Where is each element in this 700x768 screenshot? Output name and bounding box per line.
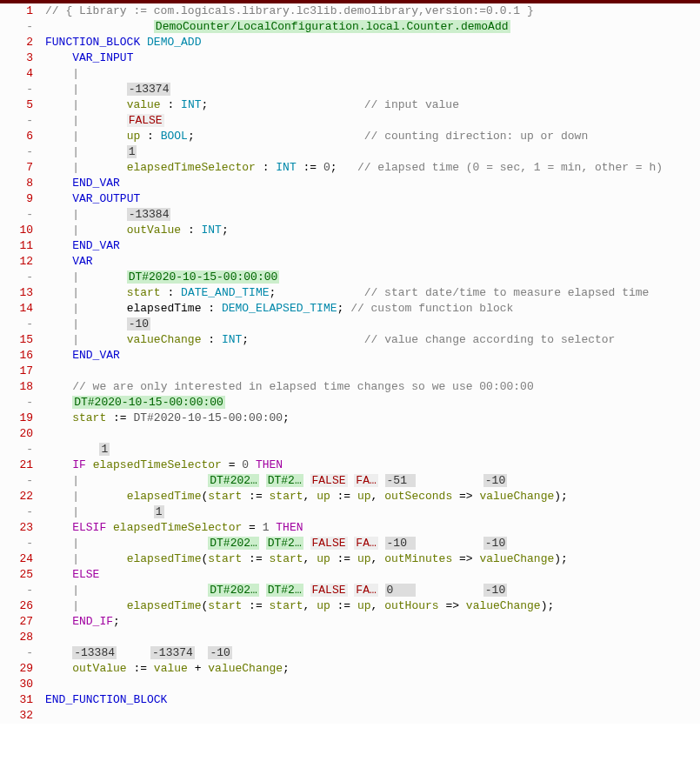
- code-line: END_VAR: [45, 348, 700, 364]
- code-line: | -13374: [45, 82, 700, 97]
- code-editor: 1-234-5-6-789-101112-1314-15161718-1920-…: [0, 3, 700, 724]
- line-number: 20: [0, 426, 33, 442]
- line-number: 19: [0, 411, 33, 426]
- code-line: 1: [45, 442, 700, 457]
- code-line: END_FUNCTION_BLOCK: [45, 692, 700, 708]
- code-line: | start : DATE_AND_TIME; // start date/t…: [45, 285, 700, 301]
- code-line: | elapsedTime : DEMO_ELAPSED_TIME; // cu…: [45, 301, 700, 317]
- code-line: [45, 708, 700, 724]
- line-number: 28: [0, 630, 33, 645]
- code-line: | outValue : INT;: [45, 223, 700, 238]
- code-line: | up : BOOL; // counting direction: up o…: [45, 129, 700, 144]
- line-number: -: [0, 395, 33, 411]
- line-number: -: [0, 583, 33, 598]
- line-number: 27: [0, 614, 33, 630]
- code-line: // we are only interested in elapsed tim…: [45, 379, 700, 395]
- line-number: 5: [0, 97, 33, 113]
- line-number: 30: [0, 677, 33, 692]
- code-line: [45, 677, 700, 692]
- line-number: 26: [0, 598, 33, 614]
- line-number: 21: [0, 457, 33, 473]
- line-number: -: [0, 504, 33, 520]
- line-number: 22: [0, 489, 33, 504]
- line-number: -: [0, 82, 33, 97]
- line-number: 4: [0, 66, 33, 82]
- line-number: -: [0, 207, 33, 223]
- code-line: | -10: [45, 317, 700, 332]
- code-line: | -13384: [45, 207, 700, 223]
- code-line: // { Library := com.logicals.library.lc3…: [45, 3, 700, 19]
- code-line: END_IF;: [45, 614, 700, 630]
- code-line: | elapsedTime(start := start, up := up, …: [45, 489, 700, 504]
- code-line: | elapsedTime(start := start, up := up, …: [45, 551, 700, 567]
- line-number: 2: [0, 35, 33, 50]
- code-line: END_VAR: [45, 238, 700, 254]
- code-line: | DT#202… DT#2… FALSE FA… -51 -10: [45, 473, 700, 489]
- code-line: VAR_OUTPUT: [45, 191, 700, 207]
- line-number: 18: [0, 379, 33, 395]
- line-number: 1: [0, 3, 33, 19]
- code-line: [45, 630, 700, 645]
- code-line: -13384 -13374 -10: [45, 645, 700, 661]
- line-number: -: [0, 473, 33, 489]
- line-number: 10: [0, 223, 33, 238]
- code-line: [45, 364, 700, 379]
- line-number: 6: [0, 129, 33, 144]
- code-line: DemoCounter/LocalConfiguration.local.Cou…: [45, 19, 700, 35]
- code-line: | FALSE: [45, 113, 700, 129]
- code-line: FUNCTION_BLOCK DEMO_ADD: [45, 35, 700, 50]
- line-number: 32: [0, 708, 33, 724]
- line-number: 11: [0, 238, 33, 254]
- line-number: 16: [0, 348, 33, 364]
- code-line: | DT#202… DT#2… FALSE FA… -10 -10: [45, 536, 700, 551]
- code-line: [45, 426, 700, 442]
- code-line: END_VAR: [45, 176, 700, 191]
- code-line: VAR_INPUT: [45, 50, 700, 66]
- code-line: VAR: [45, 254, 700, 270]
- code-line: | valueChange : INT; // value change acc…: [45, 332, 700, 348]
- code-line: start := DT#2020-10-15-00:00:00;: [45, 411, 700, 426]
- line-number: 17: [0, 364, 33, 379]
- line-number: -: [0, 645, 33, 661]
- code-line: | elapsedTime(start := start, up := up, …: [45, 598, 700, 614]
- code-line: |: [45, 66, 700, 82]
- line-gutter: 1-234-5-6-789-101112-1314-15161718-1920-…: [0, 3, 42, 724]
- line-number: -: [0, 317, 33, 332]
- code-area[interactable]: // { Library := com.logicals.library.lc3…: [42, 3, 700, 724]
- line-number: 14: [0, 301, 33, 317]
- line-number: 7: [0, 160, 33, 176]
- code-line: ELSIF elapsedTimeSelector = 1 THEN: [45, 520, 700, 536]
- line-number: -: [0, 113, 33, 129]
- line-number: 3: [0, 50, 33, 66]
- code-line: | 1: [45, 144, 700, 160]
- line-number: 31: [0, 692, 33, 708]
- code-line: IF elapsedTimeSelector = 0 THEN: [45, 457, 700, 473]
- line-number: -: [0, 144, 33, 160]
- code-line: | DT#202… DT#2… FALSE FA… 0 -10: [45, 583, 700, 598]
- line-number: 9: [0, 191, 33, 207]
- line-number: 8: [0, 176, 33, 191]
- code-line: | DT#2020-10-15-00:00:00: [45, 270, 700, 285]
- line-number: -: [0, 270, 33, 285]
- line-number: -: [0, 536, 33, 551]
- line-number: -: [0, 19, 33, 35]
- code-line: outValue := value + valueChange;: [45, 661, 700, 677]
- code-line: | value : INT; // input value: [45, 97, 700, 113]
- line-number: 25: [0, 567, 33, 583]
- line-number: 15: [0, 332, 33, 348]
- line-number: 13: [0, 285, 33, 301]
- line-number: 29: [0, 661, 33, 677]
- line-number: 23: [0, 520, 33, 536]
- code-line: | 1: [45, 504, 700, 520]
- line-number: 12: [0, 254, 33, 270]
- code-line: DT#2020-10-15-00:00:00: [45, 395, 700, 411]
- code-line: | elapsedTimeSelector : INT := 0; // ela…: [45, 160, 700, 176]
- code-line: ELSE: [45, 567, 700, 583]
- line-number: -: [0, 442, 33, 457]
- line-number: 24: [0, 551, 33, 567]
